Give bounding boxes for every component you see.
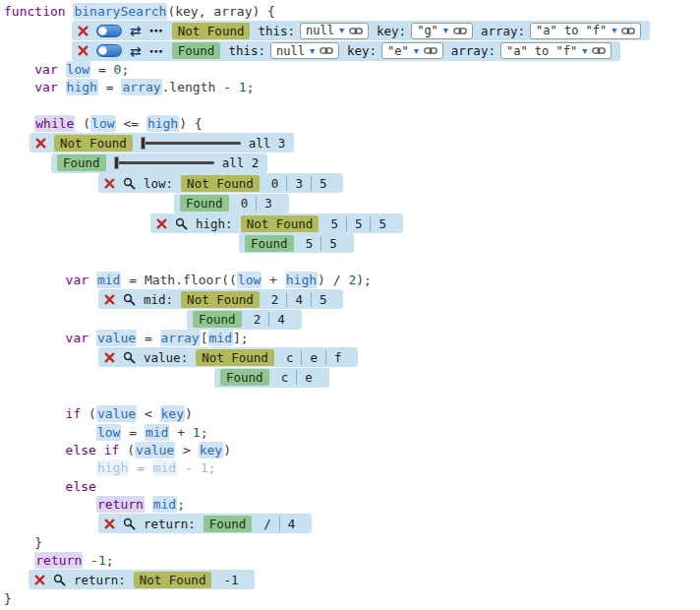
slider-thumb[interactable] <box>114 156 119 169</box>
dropdown-value: "a" to "f" <box>536 24 607 37</box>
probe-value: 2 <box>246 312 269 327</box>
widget-row: Found55 <box>239 233 700 253</box>
status-badge: Not Found <box>54 135 133 152</box>
close-icon[interactable] <box>104 178 115 189</box>
value-dropdown[interactable]: "g"▾ <box>411 23 473 39</box>
ellipsis-icon[interactable]: ⋯ <box>149 44 164 58</box>
chevron-down-icon: ▾ <box>414 46 419 56</box>
param-label: key: <box>377 24 406 38</box>
close-icon[interactable] <box>34 575 45 585</box>
code-token: ; <box>106 553 114 568</box>
toggle-switch[interactable] <box>96 25 122 37</box>
code-token: 1 <box>239 80 247 94</box>
probe-value: 0 <box>233 196 257 211</box>
widget-row: value:Not Foundcef <box>98 347 700 367</box>
probe-values: 555 <box>322 216 394 231</box>
probe-widget: Foundce <box>214 368 329 388</box>
status-badge: Not Found <box>241 215 320 232</box>
close-icon[interactable] <box>78 45 88 56</box>
iteration-slider[interactable] <box>114 156 214 169</box>
loop-widget: Not Foundall 3 <box>29 133 294 152</box>
probe-label: return: <box>74 573 126 587</box>
swap-arrows-icon[interactable]: ⇄ <box>130 24 142 37</box>
toggle-switch[interactable] <box>96 44 122 57</box>
probe-values: ce <box>273 370 321 385</box>
close-icon[interactable] <box>35 138 46 149</box>
magnifier-icon[interactable] <box>123 177 136 190</box>
probe-value: 0 <box>263 176 287 191</box>
code-token: } <box>34 535 42 550</box>
link-icon[interactable] <box>349 27 363 35</box>
theseus-debugger-view: { "badges": { "nf": "Not Found", "f": "F… <box>0 0 700 610</box>
code-token: - <box>177 460 200 475</box>
value-dropdown[interactable]: "e"▾ <box>381 42 443 59</box>
probe-value: 4 <box>268 312 293 327</box>
swap-arrows-icon[interactable]: ⇄ <box>130 44 142 58</box>
code-token: return <box>96 496 145 513</box>
close-icon[interactable] <box>104 294 115 305</box>
status-badge: Not Found <box>181 175 260 192</box>
param-label: this: <box>258 24 295 38</box>
status-badge: Not Found <box>196 349 274 366</box>
code-token: high <box>66 79 98 95</box>
iteration-slider[interactable] <box>141 137 241 150</box>
code-token: = <box>121 425 144 440</box>
widget-row: ⇄⋯Not Foundthis:null▾key:"g"▾array:"a" t… <box>72 21 700 40</box>
magnifier-icon[interactable] <box>53 574 66 586</box>
probe-widget: value:Not Foundcef <box>98 347 358 367</box>
code-line: var value = array[mid]; <box>0 330 700 347</box>
chevron-down-icon: ▾ <box>612 26 616 35</box>
link-icon[interactable] <box>453 27 467 35</box>
link-icon[interactable] <box>621 27 635 35</box>
magnifier-icon[interactable] <box>123 518 136 530</box>
link-icon[interactable] <box>320 46 333 55</box>
close-icon[interactable] <box>104 518 115 529</box>
magnifier-icon[interactable] <box>175 217 188 230</box>
toggle-knob <box>98 27 107 35</box>
code-line-blank <box>0 97 700 115</box>
status-badge: Not Found <box>172 23 251 39</box>
close-icon[interactable] <box>104 352 115 363</box>
widget-row: Found03 <box>174 193 700 213</box>
code-token: var <box>66 331 96 345</box>
value-dropdown[interactable]: null▾ <box>270 42 339 59</box>
code-token: key <box>160 405 185 422</box>
param-label: this: <box>228 43 265 58</box>
code-token: low <box>90 115 115 132</box>
status-badge: Found <box>180 195 229 212</box>
chevron-down-icon: ▾ <box>582 46 587 56</box>
widget-row: mid:Not Found245 <box>98 289 700 309</box>
close-icon[interactable] <box>78 26 88 36</box>
link-icon[interactable] <box>424 46 438 55</box>
widget-row: return:Not Found-1 <box>29 570 700 589</box>
toggle-knob <box>98 46 107 55</box>
code-token: [ <box>201 331 208 345</box>
code-token: value <box>96 330 137 346</box>
code-token: high <box>146 115 179 132</box>
link-icon[interactable] <box>592 46 606 55</box>
code-token: mid <box>96 272 121 288</box>
code-token: else <box>66 479 96 494</box>
code-line: else <box>0 478 700 496</box>
close-icon[interactable] <box>156 218 167 229</box>
slider-thumb[interactable] <box>141 137 146 150</box>
code-line: var low = 0; <box>0 61 700 79</box>
value-dropdown[interactable]: "a" to "f"▾ <box>500 42 612 59</box>
status-badge: Found <box>204 516 253 532</box>
ellipsis-icon[interactable]: ⋯ <box>149 24 164 37</box>
code-line: var mid = Math.floor((low + high) / 2); <box>0 272 700 289</box>
probe-label: return: <box>144 517 196 531</box>
status-badge: Found <box>245 235 294 252</box>
widget-row: Foundall 2 <box>51 153 700 173</box>
magnifier-icon[interactable] <box>123 351 136 364</box>
code-token: low <box>237 272 262 288</box>
magnifier-icon[interactable] <box>123 293 136 306</box>
value-dropdown[interactable]: null▾ <box>300 23 369 39</box>
code-token: + <box>169 425 192 440</box>
code-token: ; <box>177 497 185 512</box>
chevron-down-icon: ▾ <box>310 46 315 56</box>
code-token: mid <box>208 330 233 346</box>
code-line: low = mid + 1; <box>0 424 700 442</box>
value-dropdown[interactable]: "a" to "f"▾ <box>530 23 641 39</box>
code-token: ; <box>201 425 208 440</box>
